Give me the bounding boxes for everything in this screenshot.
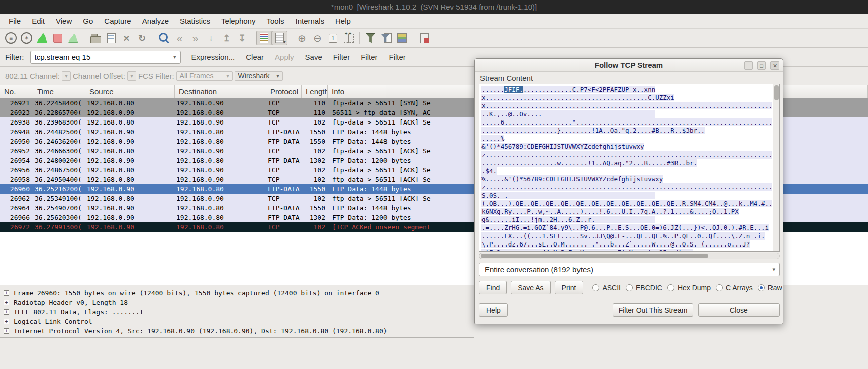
cell-src: 192.168.0.80 <box>85 194 175 203</box>
display-filter-input[interactable]: tcp.stream eq 15 ▾ <box>30 51 181 64</box>
resize-columns-icon[interactable] <box>341 31 356 45</box>
menu-help[interactable]: Help <box>330 15 356 27</box>
horizontal-scrollbar-thumb[interactable] <box>481 254 708 258</box>
menu-statistics[interactable]: Statistics <box>174 15 216 27</box>
vertical-scrollbar-thumb[interactable] <box>774 85 779 100</box>
menu-analyze[interactable]: Analyze <box>137 15 174 27</box>
column-header-protocol[interactable]: Protocol <box>266 85 302 98</box>
radio-dot-icon[interactable] <box>626 284 633 291</box>
radio-label: C Arrays <box>726 284 753 292</box>
fcs-filter-select[interactable]: All Frames▾ <box>176 71 233 81</box>
capture-start-icon[interactable] <box>34 31 50 45</box>
menu-view[interactable]: View <box>50 15 77 27</box>
capture-options-icon[interactable] <box>19 31 34 45</box>
reload-icon[interactable] <box>134 31 150 45</box>
radio-ebcdic[interactable]: EBCDIC <box>626 284 662 292</box>
go-top-icon[interactable] <box>219 31 234 45</box>
minimize-icon[interactable] <box>744 61 753 70</box>
cell-proto: FTP-DATA <box>266 137 302 146</box>
menu-file[interactable]: File <box>3 15 26 27</box>
zoom-out-icon[interactable] <box>310 31 325 45</box>
open-file-icon[interactable] <box>87 31 103 45</box>
clear-button[interactable]: Clear <box>241 50 268 64</box>
column-header-source[interactable]: Source <box>85 85 175 98</box>
find-packet-icon[interactable] <box>156 31 172 45</box>
expression-button[interactable]: Expression... <box>187 50 240 64</box>
vertical-scrollbar[interactable] <box>773 84 779 251</box>
preferences-icon[interactable] <box>417 31 432 45</box>
menu-tools[interactable]: Tools <box>261 15 290 27</box>
radio-dot-icon[interactable] <box>592 284 599 291</box>
close-button[interactable]: Close <box>698 303 780 317</box>
go-bottom-icon[interactable] <box>234 31 250 45</box>
column-header-length[interactable]: Length <box>302 85 328 98</box>
radio-dot-icon[interactable] <box>758 284 765 291</box>
radio-dot-icon[interactable] <box>716 284 723 291</box>
chevron-down-icon[interactable]: ▾ <box>169 54 180 60</box>
cell-len: 102 <box>302 146 328 156</box>
colorize-packets-icon[interactable] <box>256 31 272 45</box>
cell-len: 1302 <box>302 213 328 222</box>
expand-icon[interactable]: + <box>4 328 9 334</box>
detail-tree-row[interactable]: +Internet Protocol Version 4, Src: 192.1… <box>0 326 868 336</box>
filter-button[interactable]: Filter <box>329 50 354 64</box>
radio-dot-icon[interactable] <box>667 284 674 291</box>
go-to-packet-icon[interactable] <box>203 31 219 45</box>
expand-icon[interactable]: + <box>4 319 9 324</box>
cell-src: 192.168.0.90 <box>85 222 175 232</box>
channel-offset-select[interactable]: ▾ <box>127 71 136 81</box>
save-file-icon[interactable] <box>103 31 119 45</box>
capture-restart-icon[interactable] <box>65 31 81 45</box>
stream-content-area[interactable]: ......JFIF..............C.P7<F<2PFAFZUP_… <box>479 84 780 252</box>
menu-telephony[interactable]: Telephony <box>216 15 261 27</box>
radio-raw[interactable]: Raw <box>758 284 782 292</box>
decoder-select[interactable]: Wireshark▾ <box>235 71 283 81</box>
zoom-in-icon[interactable] <box>294 31 310 45</box>
go-back-icon[interactable] <box>172 31 187 45</box>
menu-capture[interactable]: Capture <box>99 15 136 27</box>
cell-proto: FTP-DATA <box>266 156 302 165</box>
help-button[interactable]: Help <box>479 303 508 317</box>
radio-c-arrays[interactable]: C Arrays <box>716 284 753 292</box>
maximize-icon[interactable] <box>757 61 766 70</box>
menu-edit[interactable]: Edit <box>26 15 50 27</box>
print-button[interactable]: Print <box>555 281 584 294</box>
filter-button[interactable]: Filter <box>384 50 410 64</box>
coloring-rules-icon[interactable] <box>394 31 410 45</box>
zoom-100-icon[interactable] <box>325 31 341 45</box>
cell-src: 192.168.0.90 <box>85 213 175 222</box>
capture-stop-icon[interactable] <box>50 31 65 45</box>
auto-scroll-icon[interactable] <box>272 31 287 45</box>
column-header-no[interactable]: No. <box>0 85 33 98</box>
filter-button[interactable]: Filter <box>356 50 382 64</box>
stream-direction-select[interactable]: Entire conversation (8192 bytes) ▾ <box>479 263 780 276</box>
stream-line: ....................w.......!1..AQ.aq."2… <box>481 159 772 167</box>
list-interfaces-icon[interactable] <box>3 31 19 45</box>
expand-icon[interactable]: + <box>4 290 9 296</box>
close-file-icon[interactable] <box>119 31 134 45</box>
stream-line: (.QB...).QE..QE..QE..QE..QE..QE..QE..QE.… <box>481 200 772 208</box>
stream-line: .....% <box>481 135 772 143</box>
pane-splitter[interactable] <box>0 337 474 338</box>
expand-icon[interactable]: + <box>4 300 9 305</box>
save-as-button[interactable]: Save As <box>511 281 550 294</box>
radio-hex-dump[interactable]: Hex Dump <box>667 284 711 292</box>
go-forward-icon[interactable] <box>187 31 203 45</box>
menu-go[interactable]: Go <box>77 15 99 27</box>
capture-filter-icon[interactable] <box>363 31 378 45</box>
dialog-titlebar[interactable]: Follow TCP Stream <box>475 59 783 72</box>
menu-internals[interactable]: Internals <box>290 15 330 27</box>
expand-icon[interactable]: + <box>4 309 9 315</box>
column-header-destination[interactable]: Destination <box>175 85 266 98</box>
filter-out-stream-button[interactable]: Filter Out This Stream <box>613 303 693 317</box>
radio-ascii[interactable]: ASCII <box>592 284 621 292</box>
cell-time: 36.22458400( <box>33 98 85 108</box>
display-filter-icon[interactable] <box>378 31 394 45</box>
apply-button: Apply <box>270 50 299 64</box>
find-button[interactable]: Find <box>479 281 507 294</box>
column-header-time[interactable]: Time <box>33 85 85 98</box>
channel-select[interactable]: ▾ <box>62 71 71 81</box>
close-icon[interactable] <box>770 61 779 70</box>
save-button[interactable]: Save <box>301 50 327 64</box>
horizontal-scrollbar[interactable] <box>479 253 780 259</box>
